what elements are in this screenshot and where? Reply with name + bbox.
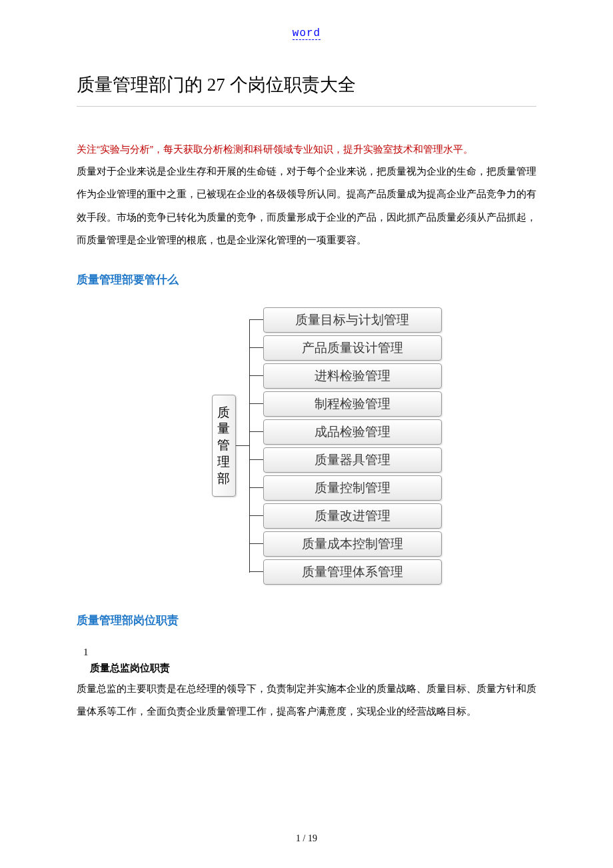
page-title: 质量管理部门的 27 个岗位职责大全	[77, 73, 536, 107]
branch-line	[250, 403, 263, 404]
diagram-leaf: 进料检验管理	[263, 363, 442, 389]
diagram-leaf: 质量改进管理	[263, 503, 442, 529]
branch-line	[250, 375, 263, 376]
role-body: 质量总监的主要职责是在总经理的领导下，负责制定并实施本企业的质量战略、质量目标、…	[77, 677, 536, 723]
diagram-branch: 进料检验管理	[250, 362, 442, 390]
branch-line	[250, 571, 263, 572]
branch-line	[250, 319, 263, 320]
diagram-root-box: 质量管理部	[212, 395, 236, 497]
diagram-branch: 产品质量设计管理	[250, 334, 442, 362]
diagram-leaf: 成品检验管理	[263, 419, 442, 445]
page-footer: 1 / 19	[0, 833, 613, 844]
diagram-leaf: 质量器具管理	[263, 447, 442, 473]
diagram-branch: 制程检验管理	[250, 390, 442, 418]
diagram-leaf: 质量控制管理	[263, 475, 442, 501]
diagram-branch: 质量成本控制管理	[250, 530, 442, 558]
role-subtitle: 质量总监岗位职责	[90, 662, 536, 675]
section-heading-scope: 质量管理部要管什么	[77, 272, 536, 287]
branch-line	[250, 459, 263, 460]
intro-body: 质量对于企业来说是企业生存和开展的生命链，对于每个企业来说，把质量视为企业的生命…	[77, 160, 536, 252]
diagram-branch: 质量改进管理	[250, 502, 442, 530]
org-diagram: 质量管理部 质量目标与计划管理产品质量设计管理进料检验管理制程检验管理成品检验管…	[77, 306, 536, 586]
diagram-branch: 质量控制管理	[250, 474, 442, 502]
branch-line	[250, 543, 263, 544]
diagram-branch: 成品检验管理	[250, 418, 442, 446]
diagram-leaf: 质量成本控制管理	[263, 531, 442, 557]
diagram-branch: 质量器具管理	[250, 446, 442, 474]
diagram-branch: 质量管理体系管理	[250, 558, 442, 586]
branch-line	[250, 347, 263, 348]
role-number: 1	[83, 647, 536, 658]
header-link: word	[77, 27, 536, 39]
branch-line	[250, 431, 263, 432]
diagram-leaf: 质量管理体系管理	[263, 559, 442, 585]
diagram-leaf: 质量目标与计划管理	[263, 307, 442, 333]
diagram-branch: 质量目标与计划管理	[250, 306, 442, 334]
diagram-leaf: 产品质量设计管理	[263, 335, 442, 361]
branch-line	[250, 515, 263, 516]
section-heading-roles: 质量管理部岗位职责	[77, 613, 536, 628]
branch-line	[250, 487, 263, 488]
intro-block: 关注“实验与分析”，每天获取分析检测和科研领域专业知识，提升实验室技术和管理水平…	[77, 139, 536, 252]
connector-line	[236, 445, 249, 446]
intro-highlight: 关注“实验与分析”，每天获取分析检测和科研领域专业知识，提升实验室技术和管理水平…	[77, 139, 536, 160]
diagram-leaf: 制程检验管理	[263, 391, 442, 417]
word-link[interactable]: word	[293, 27, 320, 40]
